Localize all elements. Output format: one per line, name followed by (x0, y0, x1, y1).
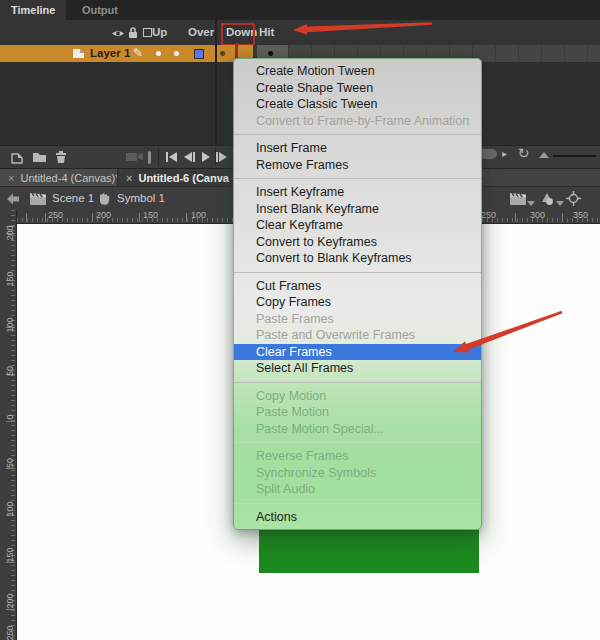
tab-timeline[interactable]: Timeline (0, 0, 66, 20)
frame-label-over[interactable]: Over (188, 26, 214, 38)
menu-item-select-all-frames[interactable]: Select All Frames (234, 360, 481, 377)
ruler-label: 100 (191, 210, 206, 220)
ruler-label: 100 (5, 316, 15, 334)
menu-item-create-shape-tween[interactable]: Create Shape Tween (234, 80, 481, 97)
animate-app-window: Timeline Output Up Over Down Hit Layer 1… (0, 0, 600, 640)
layer-name[interactable]: Layer 1 (90, 47, 130, 59)
menu-item-create-classic-tween[interactable]: Create Classic Tween (234, 96, 481, 113)
vertical-ruler: 200 150 100 50 0 50 100 150 200 250 (0, 210, 17, 640)
scroll-right-arrow[interactable]: ▸ (502, 148, 507, 159)
new-layer-icon[interactable] (10, 150, 24, 164)
menu-item-create-motion-tween[interactable]: Create Motion Tween (234, 63, 481, 80)
film-bar-icon[interactable] (148, 151, 151, 164)
doc-tab-label: Untitled-4 (Canvas)* (20, 172, 118, 184)
menu-item-copy-motion: Copy Motion (234, 388, 481, 405)
ruler-label: 150 (5, 546, 15, 564)
new-folder-icon[interactable] (32, 151, 47, 163)
chevron-down-icon[interactable] (527, 201, 535, 206)
menu-separator (234, 272, 481, 273)
menu-item-paste-frames: Paste Frames (234, 311, 481, 328)
ruler-label: 250 (5, 624, 15, 640)
layer-outline-color-swatch[interactable] (194, 49, 204, 59)
tab-output[interactable]: Output (71, 0, 129, 20)
timeline-zoom-slider[interactable] (553, 155, 596, 157)
close-icon[interactable]: × (8, 172, 14, 184)
doc-tab-label: Untitled-6 (Canva (138, 172, 228, 184)
outline-column-icon[interactable] (143, 28, 152, 37)
ruler-label: 250 (481, 210, 496, 220)
breadcrumb-symbol[interactable]: Symbol 1 (117, 192, 165, 204)
menu-separator (234, 382, 481, 383)
menu-item-remove-frames[interactable]: Remove Frames (234, 157, 481, 174)
menu-item-synchronize-symbols: Synchronize Symbols (234, 465, 481, 482)
ruler-label: 300 (530, 210, 545, 220)
symbol-hand-icon (97, 192, 111, 205)
ruler-label: 0 (5, 408, 15, 426)
ruler-label: 250 (48, 210, 63, 220)
edit-symbols-icon[interactable] (540, 192, 554, 206)
frame-label-up[interactable]: Up (152, 26, 167, 38)
trash-icon[interactable] (55, 150, 67, 164)
menu-item-paste-motion-special: Paste Motion Special... (234, 421, 481, 438)
menu-item-clear-frames[interactable]: Clear Frames (234, 344, 481, 361)
menu-item-insert-blank-keyframe[interactable]: Insert Blank Keyframe (234, 201, 481, 218)
play-button[interactable] (202, 152, 210, 162)
timeline-panel-tabbar: Timeline Output (0, 0, 600, 20)
breadcrumb-scene[interactable]: Scene 1 (52, 192, 94, 204)
panel-resize-icon[interactable] (539, 152, 549, 158)
ruler-label: 100 (5, 500, 15, 518)
loop-playback-icon[interactable]: ↺ (518, 145, 530, 161)
lock-icon[interactable] (128, 26, 138, 39)
menu-separator (234, 442, 481, 443)
menu-item-insert-keyframe[interactable]: Insert Keyframe (234, 184, 481, 201)
layer-visible-dot[interactable] (156, 51, 161, 56)
hit-keyframe-dot (268, 51, 273, 56)
menu-item-split-audio: Split Audio (234, 481, 481, 498)
menu-item-paste-motion: Paste Motion (234, 404, 481, 421)
ruler-label: 50 (5, 454, 15, 472)
chevron-down-icon[interactable] (556, 201, 564, 206)
ruler-label: 50 (5, 362, 15, 380)
ruler-label: 350 (573, 210, 588, 220)
timeline-header: Up Over Down Hit (0, 20, 600, 45)
layer-lock-dot[interactable] (174, 51, 179, 56)
go-to-first-frame-button[interactable] (166, 152, 177, 162)
menu-separator (234, 503, 481, 504)
eye-icon[interactable] (111, 29, 125, 38)
ruler-label: 200 (96, 210, 111, 220)
menu-item-convert-frame-by-frame: Convert to Frame-by-Frame Animation (234, 113, 481, 130)
keyframe-dot (220, 51, 225, 56)
frame-context-menu: Create Motion Tween Create Shape Tween C… (233, 58, 482, 530)
toolbar-divider (158, 148, 159, 166)
menu-item-paste-overwrite-frames: Paste and Overwrite Frames (234, 327, 481, 344)
scene-clapperboard-icon (30, 193, 46, 205)
layer-page-icon (72, 48, 85, 59)
ruler-label: 150 (5, 270, 15, 288)
menu-separator (234, 178, 481, 179)
menu-separator (234, 134, 481, 135)
menu-item-reverse-frames: Reverse Frames (234, 448, 481, 465)
pencil-edit-icon: ✎ (133, 46, 143, 60)
edit-scene-icon[interactable] (510, 193, 526, 205)
menu-item-copy-frames[interactable]: Copy Frames (234, 294, 481, 311)
frame-label-hit[interactable]: Hit (259, 26, 274, 38)
menu-item-convert-to-blank-keyframes[interactable]: Convert to Blank Keyframes (234, 250, 481, 267)
back-arrow-icon[interactable] (7, 193, 19, 205)
camera-icon[interactable] (126, 151, 143, 162)
center-frame-crosshair-icon[interactable] (566, 191, 581, 206)
step-forward-button[interactable] (216, 152, 227, 162)
menu-item-convert-to-keyframes[interactable]: Convert to Keyframes (234, 234, 481, 251)
ruler-label: 150 (143, 210, 158, 220)
menu-item-cut-frames[interactable]: Cut Frames (234, 278, 481, 295)
doc-tab-untitled-4[interactable]: ×Untitled-4 (Canvas)* (0, 169, 118, 187)
close-icon[interactable]: × (126, 172, 132, 184)
menu-item-actions[interactable]: Actions (234, 509, 481, 526)
ruler-label: 200 (5, 592, 15, 610)
annotation-box-down (221, 23, 255, 46)
ruler-label: 200 (5, 224, 15, 242)
menu-item-clear-keyframe[interactable]: Clear Keyframe (234, 217, 481, 234)
step-back-button[interactable] (184, 152, 195, 162)
menu-item-insert-frame[interactable]: Insert Frame (234, 140, 481, 157)
